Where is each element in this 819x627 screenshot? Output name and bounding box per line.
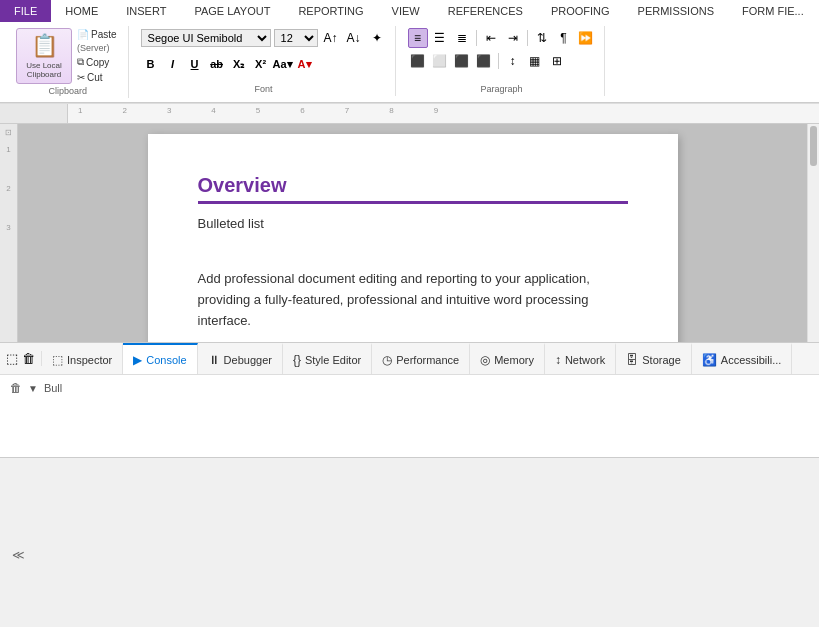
bulleted-list-label: Bulleted list	[198, 216, 628, 231]
change-case-button[interactable]: Aa▾	[273, 54, 293, 74]
debugger-label: Debugger	[224, 354, 272, 366]
accessibility-icon: ♿	[702, 353, 717, 367]
network-icon: ↕	[555, 353, 561, 367]
font-color-button[interactable]: A▾	[295, 54, 315, 74]
chevron-left-button[interactable]: ≪	[12, 548, 25, 562]
ruler-marks: 1 2 3 4 5 6 7 8 9	[68, 106, 819, 115]
grow-font-button[interactable]: A↑	[321, 28, 341, 48]
tab-memory[interactable]: ◎ Memory	[470, 343, 545, 374]
scrollbar-thumb[interactable]	[810, 126, 817, 166]
underline-button[interactable]: U	[185, 54, 205, 74]
numbering-button[interactable]: ☰	[430, 28, 450, 48]
console-label: Console	[146, 354, 186, 366]
document-heading: Overview	[198, 174, 628, 197]
paragraph-group-label: Paragraph	[481, 82, 523, 94]
performance-label: Performance	[396, 354, 459, 366]
inspector-icon: ⬚	[52, 353, 63, 367]
tab-permissions[interactable]: PERMISSIONS	[624, 0, 728, 22]
font-size-select[interactable]: 12	[274, 29, 318, 47]
paragraph-group-content: ≡ ☰ ≣ ⇤ ⇥ ⇅ ¶ ⏩ ⬛ ⬜ ⬛ ⬛ ↕	[408, 28, 596, 82]
devtools-trash-content-button[interactable]: 🗑	[10, 381, 22, 395]
accessibility-label: Accessibili...	[721, 354, 782, 366]
tab-page-layout[interactable]: PAGE LAYOUT	[180, 0, 284, 22]
clipboard-label: Use LocalClipboard	[26, 61, 62, 79]
strikethrough-button[interactable]: ab	[207, 54, 227, 74]
memory-icon: ◎	[480, 353, 490, 367]
bottom-area: ≪	[0, 457, 819, 627]
tab-debugger[interactable]: ⏸ Debugger	[198, 343, 283, 374]
copy-icon: ⧉	[77, 56, 84, 68]
devtools-content: 🗑 ▼ Bull	[0, 375, 819, 457]
text-highlight-button[interactable]: ✦	[367, 28, 387, 48]
italic-button[interactable]: I	[163, 54, 183, 74]
copy-button[interactable]: ⧉ Copy	[74, 55, 120, 69]
network-label: Network	[565, 354, 605, 366]
style-editor-label: Style Editor	[305, 354, 361, 366]
tab-insert[interactable]: INSERT	[112, 0, 180, 22]
tab-inspector[interactable]: ⬚ Inspector	[42, 343, 123, 374]
devtools-inspect-button[interactable]: ⬚	[6, 351, 18, 366]
increase-indent-button[interactable]: ⇥	[503, 28, 523, 48]
decrease-indent-button[interactable]: ⇤	[481, 28, 501, 48]
ribbon-content: 📋 Use LocalClipboard 📄 Paste (Server) ⧉ …	[0, 22, 819, 103]
cut-label: Cut	[87, 72, 103, 83]
paste-button[interactable]: 📄 Paste	[74, 28, 120, 41]
style-editor-icon: {}	[293, 353, 301, 367]
tab-style-editor[interactable]: {} Style Editor	[283, 343, 372, 374]
main-area: ⊡ 1 2 3 Overview Bulleted list Add profe…	[0, 124, 819, 342]
tab-reporting[interactable]: REPORTING	[284, 0, 377, 22]
memory-label: Memory	[494, 354, 534, 366]
vertical-scrollbar[interactable]	[807, 124, 819, 342]
justify-button[interactable]: ⬛	[474, 51, 494, 71]
document-divider	[198, 201, 628, 204]
font-name-select[interactable]: Segoe UI Semibold	[141, 29, 271, 47]
align-center-button[interactable]: ⬜	[430, 51, 450, 71]
border-button[interactable]: ⊞	[547, 51, 567, 71]
multilevel-button[interactable]: ≣	[452, 28, 472, 48]
subscript-button[interactable]: X₂	[229, 54, 249, 74]
devtools-tab-bar: ⬚ 🗑 ⬚ Inspector ▶ Console ⏸ Debugger {} …	[0, 343, 819, 375]
tab-network[interactable]: ↕ Network	[545, 343, 616, 374]
align-right-button[interactable]: ⬛	[452, 51, 472, 71]
tab-storage[interactable]: 🗄 Storage	[616, 343, 692, 374]
ruler-body: 1 2 3 4 5 6 7 8 9	[68, 104, 819, 123]
inspector-label: Inspector	[67, 354, 112, 366]
paste-server-label: (Server)	[74, 43, 120, 53]
devtools-side-buttons: ⬚ 🗑	[0, 351, 42, 366]
horizontal-ruler: 1 2 3 4 5 6 7 8 9	[0, 104, 819, 124]
bullets-button[interactable]: ≡	[408, 28, 428, 48]
use-local-clipboard-button[interactable]: 📋 Use LocalClipboard	[16, 28, 72, 84]
superscript-button[interactable]: X²	[251, 54, 271, 74]
align-left-button[interactable]: ⬛	[408, 51, 428, 71]
tab-view[interactable]: VIEW	[378, 0, 434, 22]
rtl-button[interactable]: ⏩	[576, 28, 596, 48]
paste-label: Paste	[91, 29, 117, 40]
document-area: Overview Bulleted list Add professional …	[18, 124, 807, 342]
clipboard-group-label: Clipboard	[49, 84, 88, 96]
shrink-font-button[interactable]: A↓	[344, 28, 364, 48]
devtools-trash-button[interactable]: 🗑	[22, 351, 35, 366]
tab-form-fie[interactable]: FORM FIE...	[728, 0, 818, 22]
cut-button[interactable]: ✂ Cut	[74, 71, 120, 84]
tab-file[interactable]: FILE	[0, 0, 51, 22]
tab-proofing[interactable]: PROOFING	[537, 0, 624, 22]
tab-references[interactable]: REFERENCES	[434, 0, 537, 22]
show-formatting-button[interactable]: ¶	[554, 28, 574, 48]
storage-label: Storage	[642, 354, 681, 366]
performance-icon: ◷	[382, 353, 392, 367]
tab-home[interactable]: HOME	[51, 0, 112, 22]
sort-button[interactable]: ⇅	[532, 28, 552, 48]
ruler-left-margin	[0, 104, 68, 123]
devtools-toolbar: 🗑 ▼ Bull	[10, 381, 809, 395]
shading-button[interactable]: ▦	[525, 51, 545, 71]
clipboard-icon: 📋	[31, 33, 58, 59]
clipboard-sub-buttons: 📄 Paste (Server) ⧉ Copy ✂ Cut	[74, 28, 120, 84]
tab-console[interactable]: ▶ Console	[123, 343, 197, 374]
line-spacing-button[interactable]: ↕	[503, 51, 523, 71]
tab-accessibility[interactable]: ♿ Accessibili...	[692, 343, 793, 374]
paragraph-group: ≡ ☰ ≣ ⇤ ⇥ ⇅ ¶ ⏩ ⬛ ⬜ ⬛ ⬛ ↕	[400, 26, 605, 96]
bold-button[interactable]: B	[141, 54, 161, 74]
devtools-panel: ⬚ 🗑 ⬚ Inspector ▶ Console ⏸ Debugger {} …	[0, 342, 819, 457]
devtools-filter-button[interactable]: ▼	[28, 383, 38, 394]
tab-performance[interactable]: ◷ Performance	[372, 343, 470, 374]
